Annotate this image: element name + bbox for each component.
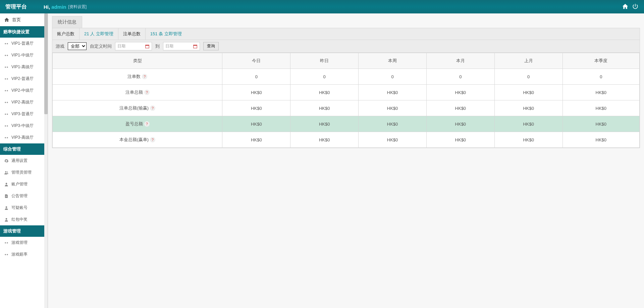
cell-4-1: HK$0 <box>290 132 359 148</box>
svg-point-20 <box>6 183 7 184</box>
bet-total-value: 151 条 立即管理 <box>146 28 186 40</box>
svg-rect-22 <box>6 196 7 197</box>
date-from-input[interactable]: 日期 <box>115 42 152 50</box>
row-label: 盈亏总额? <box>53 116 222 132</box>
filter-bar: 游戏 全部 自定义时间 日期 到 日期 查询 <box>52 40 640 53</box>
profile-settings-link[interactable]: [资料设置] <box>68 4 87 10</box>
cell-0-1: 0 <box>290 69 359 85</box>
sidebar-item-1-5[interactable]: 红包中奖 <box>0 214 45 225</box>
greeting: Hi, admin <box>44 4 66 10</box>
table-row-2: 注单总额(输赢)?HK$0HK$0HK$0HK$0HK$0HK$0 <box>53 100 640 116</box>
sidebar-item-0-4[interactable]: VIP2-中级厅 <box>0 85 45 96</box>
table-row-4: 本金总额(赢单)?HK$0HK$0HK$0HK$0HK$0HK$0 <box>53 132 640 148</box>
help-icon[interactable]: ? <box>142 74 147 79</box>
cell-1-4: HK$0 <box>494 85 562 100</box>
sidebar-item-0-8[interactable]: VIP3-高级厅 <box>0 132 45 143</box>
cell-1-3: HK$0 <box>426 85 494 100</box>
help-icon[interactable]: ? <box>150 137 155 142</box>
sidebar-item-0-0[interactable]: VIP1-普通厅 <box>0 38 45 49</box>
svg-point-10 <box>5 102 6 103</box>
help-icon[interactable]: ? <box>144 121 150 127</box>
sidebar-item-1-0[interactable]: 通用设置 <box>0 155 45 167</box>
sidebar-item-0-3[interactable]: VIP2-普通厅 <box>0 73 45 85</box>
sidebar-item-1-1[interactable]: 管理员管理 <box>0 167 45 178</box>
svg-point-17 <box>7 137 8 138</box>
svg-point-1 <box>7 43 8 44</box>
cell-4-5: HK$0 <box>562 132 639 148</box>
sidebar-item-2-1[interactable]: 游戏赔率 <box>0 249 45 260</box>
help-icon[interactable]: ? <box>150 105 155 111</box>
account-total-value: 21 人 立即管理 <box>79 28 118 40</box>
sidebar-item-2-0[interactable]: 游戏管理 <box>0 237 45 249</box>
summary-bar: 账户总数 21 人 立即管理 注单总数 151 条 立即管理 <box>52 28 640 40</box>
cell-2-0: HK$0 <box>222 100 290 116</box>
tab-stats[interactable]: 统计信息 <box>52 16 82 28</box>
cell-0-0: 0 <box>222 69 290 85</box>
cell-3-0: HK$0 <box>222 116 290 132</box>
cell-2-2: HK$0 <box>359 100 427 116</box>
sidebar-group-1: 综合管理 <box>0 143 45 155</box>
table-row-0: 注单数?000000 <box>53 69 640 85</box>
row-label: 本金总额(赢单)? <box>53 132 222 148</box>
bet-manage-link[interactable]: 立即管理 <box>164 31 182 36</box>
help-icon[interactable]: ? <box>144 90 150 95</box>
svg-point-3 <box>7 55 8 56</box>
svg-point-6 <box>5 78 6 80</box>
game-select[interactable]: 全部 <box>68 42 87 50</box>
to-label: 到 <box>155 43 160 49</box>
row-label: 注单数? <box>53 69 222 85</box>
cell-2-1: HK$0 <box>290 100 359 116</box>
sidebar-item-1-2[interactable]: 账户管理 <box>0 178 45 190</box>
sidebar-group-2: 游戏管理 <box>0 225 45 237</box>
cell-2-5: HK$0 <box>562 100 639 116</box>
svg-point-25 <box>5 242 6 244</box>
sidebar-item-0-6[interactable]: VIP3-普通厅 <box>0 108 45 120</box>
cell-4-0: HK$0 <box>222 132 290 148</box>
sidebar-item-0-7[interactable]: VIP3-中级厅 <box>0 120 45 132</box>
account-manage-link[interactable]: 立即管理 <box>96 31 113 36</box>
svg-rect-30 <box>146 45 149 45</box>
sidebar-item-0-1[interactable]: VIP1-中级厅 <box>0 49 45 61</box>
account-total-label: 账户总数 <box>52 28 79 40</box>
bet-total-label: 注单总数 <box>118 28 146 40</box>
cell-3-5: HK$0 <box>562 116 639 132</box>
col-6: 本季度 <box>562 53 639 69</box>
cell-3-1: HK$0 <box>290 116 359 132</box>
cell-0-3: 0 <box>426 69 494 85</box>
sidebar-item-1-3[interactable]: 公告管理 <box>0 190 45 202</box>
col-5: 上月 <box>494 53 562 69</box>
svg-point-11 <box>7 102 8 103</box>
cell-1-5: HK$0 <box>562 85 639 100</box>
sidebar-group-0: 赔率快捷设置 <box>0 26 45 38</box>
svg-rect-21 <box>6 195 7 196</box>
svg-rect-32 <box>194 45 197 45</box>
svg-point-26 <box>7 242 8 244</box>
scrollbar-thumb[interactable] <box>44 13 48 114</box>
cell-3-3: HK$0 <box>426 116 494 132</box>
admin-name[interactable]: admin <box>51 4 66 10</box>
svg-point-12 <box>5 114 6 115</box>
cell-0-2: 0 <box>359 69 427 85</box>
date-to-input[interactable]: 日期 <box>163 42 200 50</box>
cell-2-3: HK$0 <box>426 100 494 116</box>
svg-point-24 <box>6 218 7 220</box>
sidebar-item-1-4[interactable]: 可疑账号 <box>0 202 45 214</box>
row-label: 注单总额? <box>53 85 222 100</box>
sidebar-home[interactable]: 首页 <box>0 13 45 26</box>
cell-2-4: HK$0 <box>494 100 562 116</box>
sidebar-item-0-5[interactable]: VIP2-高级厅 <box>0 96 45 108</box>
scrollbar-track[interactable] <box>44 13 48 308</box>
cell-1-0: HK$0 <box>222 85 290 100</box>
svg-point-27 <box>5 254 6 255</box>
svg-point-7 <box>7 78 8 80</box>
top-header: 管理平台 Hi, admin [资料设置] <box>0 0 644 13</box>
col-3: 本周 <box>359 53 427 69</box>
query-button[interactable]: 查询 <box>203 42 219 50</box>
cell-4-3: HK$0 <box>426 132 494 148</box>
table-row-1: 注单总额?HK$0HK$0HK$0HK$0HK$0HK$0 <box>53 85 640 100</box>
sidebar-item-0-2[interactable]: VIP1-高级厅 <box>0 61 45 73</box>
svg-point-2 <box>5 55 6 56</box>
power-icon[interactable] <box>632 3 639 11</box>
home-icon[interactable] <box>622 3 629 11</box>
svg-point-19 <box>7 171 8 172</box>
